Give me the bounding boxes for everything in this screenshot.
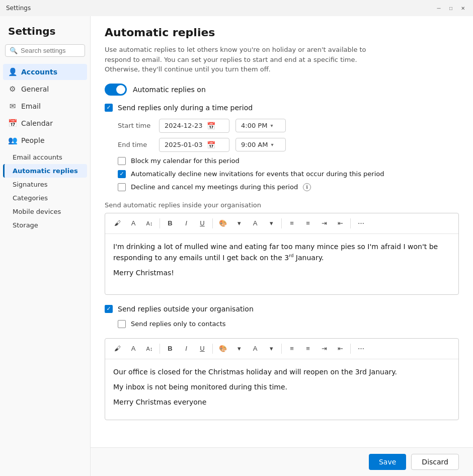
sub-nav-automatic-replies[interactable]: Automatic replies	[3, 164, 87, 178]
sidebar-item-email[interactable]: ✉ Email	[3, 98, 87, 114]
outside-numbering-button[interactable]: ≡	[301, 342, 315, 356]
outside-org-checkbox-row: Send replies outside your organisation	[105, 305, 459, 313]
numbering-button[interactable]: ≡	[301, 216, 315, 230]
outside-highlight-button[interactable]: 🎨	[216, 342, 230, 356]
send-replies-checkbox-row: Send replies only during a time period	[105, 104, 459, 112]
font-color-button[interactable]: A	[248, 216, 262, 230]
outside-org-line2: My inbox is not being monitored during t…	[113, 381, 450, 392]
outside-org-line1: Our office is closed for the Christmas h…	[113, 366, 450, 377]
app-title: Settings	[6, 5, 31, 12]
outside-toolbar-divider-4	[350, 344, 351, 354]
page-title: Automatic replies	[105, 26, 459, 39]
more-options-button[interactable]: ⋯	[354, 216, 368, 230]
outside-org-label: Send replies outside your organisation	[118, 305, 254, 313]
outside-format-painter-button[interactable]: 🖌	[110, 342, 124, 356]
italic-button[interactable]: I	[179, 216, 193, 230]
sidebar-item-accounts[interactable]: 👤 Accounts	[3, 64, 87, 80]
bottom-bar: Save Discard	[91, 447, 473, 476]
sidebar-item-accounts-label: Accounts	[21, 68, 57, 76]
title-bar: Settings ─ □ ✕	[0, 0, 473, 16]
contacts-only-checkbox[interactable]	[118, 320, 126, 328]
sub-nav-mobile-devices[interactable]: Mobile devices	[3, 205, 87, 218]
sub-nav-email-accounts[interactable]: Email accounts	[3, 150, 87, 164]
start-time-chevron-icon: ▾	[270, 123, 273, 128]
sub-nav-storage[interactable]: Storage	[3, 218, 87, 232]
end-time-value: 9:00 AM	[241, 141, 268, 148]
toolbar-divider-2	[212, 218, 213, 228]
search-input[interactable]	[21, 47, 81, 54]
decline-invitations-checkbox[interactable]	[118, 170, 126, 178]
bold-button[interactable]: B	[163, 216, 177, 230]
font-color-chevron-button[interactable]: ▾	[264, 216, 278, 230]
highlight-button[interactable]: 🎨	[216, 216, 230, 230]
outside-toolbar-divider-2	[212, 344, 213, 354]
start-date-input[interactable]: 2024-12-23 📅	[159, 119, 229, 133]
block-calendar-checkbox[interactable]	[118, 157, 126, 165]
general-icon: ⚙	[8, 85, 17, 94]
start-time-row: Start time 2024-12-23 📅 4:00 PM ▾	[118, 119, 459, 133]
minimize-button[interactable]: ─	[435, 4, 443, 12]
sidebar-header: Settings	[0, 16, 90, 41]
block-calendar-row: Block my calendar for this period	[118, 157, 459, 165]
outside-underline-button[interactable]: U	[195, 342, 209, 356]
automatic-replies-toggle[interactable]	[105, 84, 127, 96]
decline-meetings-info-icon[interactable]: ℹ	[303, 183, 311, 191]
outside-indent-button[interactable]: ⇥	[317, 342, 331, 356]
sidebar-item-people[interactable]: 👥 People	[3, 132, 87, 148]
outside-org-checkbox[interactable]	[105, 305, 113, 313]
outside-org-line3: Merry Christmas everyone	[113, 396, 450, 408]
font-size-small-button[interactable]: A↕	[142, 216, 156, 230]
start-time-label: Start time	[118, 122, 153, 129]
decline-meetings-row: Decline and cancel my meetings during th…	[118, 183, 459, 191]
outside-font-color-chevron-button[interactable]: ▾	[264, 342, 278, 356]
font-size-button[interactable]: A	[126, 216, 140, 230]
search-box[interactable]: 🔍	[5, 44, 85, 57]
outside-outdent-button[interactable]: ⇤	[333, 342, 347, 356]
send-replies-checkbox[interactable]	[105, 104, 113, 112]
highlight-chevron-button[interactable]: ▾	[232, 216, 246, 230]
outside-more-options-button[interactable]: ⋯	[354, 342, 368, 356]
outside-org-editor[interactable]: 🖌 A A↕ B I U 🎨 ▾ A ▾ ≡ ≡	[105, 338, 459, 420]
end-date-value: 2025-01-03	[165, 141, 203, 148]
bullets-button[interactable]: ≡	[285, 216, 299, 230]
outside-highlight-chevron-button[interactable]: ▾	[232, 342, 246, 356]
sub-nav: Email accounts Automatic replies Signatu…	[0, 150, 90, 232]
end-date-input[interactable]: 2025-01-03 📅	[159, 138, 229, 152]
indent-button[interactable]: ⇥	[317, 216, 331, 230]
toolbar-divider-1	[160, 218, 160, 228]
description: Use automatic replies to let others know…	[105, 45, 371, 74]
end-time-select[interactable]: 9:00 AM ▾	[235, 138, 286, 151]
end-calendar-icon: 📅	[207, 141, 215, 149]
sidebar-item-general-label: General	[21, 85, 49, 93]
content-area: Automatic replies Use automatic replies …	[91, 16, 473, 476]
outside-org-editor-body[interactable]: Our office is closed for the Christmas h…	[105, 359, 458, 420]
search-icon: 🔍	[10, 47, 18, 54]
underline-button[interactable]: U	[195, 216, 209, 230]
outdent-button[interactable]: ⇤	[333, 216, 347, 230]
start-time-select[interactable]: 4:00 PM ▾	[235, 119, 286, 132]
inside-org-editor[interactable]: 🖌 A A↕ B I U 🎨 ▾ A ▾ ≡ ≡ ⇥ ⇤	[105, 213, 459, 295]
outside-bullets-button[interactable]: ≡	[285, 342, 299, 356]
outside-font-color-button[interactable]: A	[248, 342, 262, 356]
sub-nav-signatures[interactable]: Signatures	[3, 178, 87, 191]
contacts-only-section: Send replies only to contacts	[118, 320, 459, 328]
close-button[interactable]: ✕	[459, 4, 467, 12]
save-button[interactable]: Save	[369, 454, 406, 470]
outside-toolbar-divider-3	[281, 344, 282, 354]
sub-nav-categories[interactable]: Categories	[3, 191, 87, 205]
decline-meetings-checkbox[interactable]	[118, 183, 126, 191]
app-container: Settings 🔍 👤 Accounts ⚙ General ✉ Email …	[0, 16, 473, 476]
sidebar-item-email-label: Email	[21, 102, 41, 110]
maximize-button[interactable]: □	[447, 4, 455, 12]
inside-org-editor-body[interactable]: I'm drinking a lot of mulled wine and ea…	[105, 234, 458, 294]
sidebar-item-calendar[interactable]: 📅 Calendar	[3, 115, 87, 131]
sidebar-item-general[interactable]: ⚙ General	[3, 81, 87, 97]
outside-font-size-small-button[interactable]: A↕	[142, 342, 156, 356]
format-painter-button[interactable]: 🖌	[110, 216, 124, 230]
outside-italic-button[interactable]: I	[179, 342, 193, 356]
sidebar-nav: 👤 Accounts ⚙ General ✉ Email 📅 Calendar …	[0, 62, 90, 150]
outside-bold-button[interactable]: B	[163, 342, 177, 356]
discard-button[interactable]: Discard	[411, 454, 459, 470]
outside-font-size-button[interactable]: A	[126, 342, 140, 356]
sidebar: Settings 🔍 👤 Accounts ⚙ General ✉ Email …	[0, 16, 91, 476]
